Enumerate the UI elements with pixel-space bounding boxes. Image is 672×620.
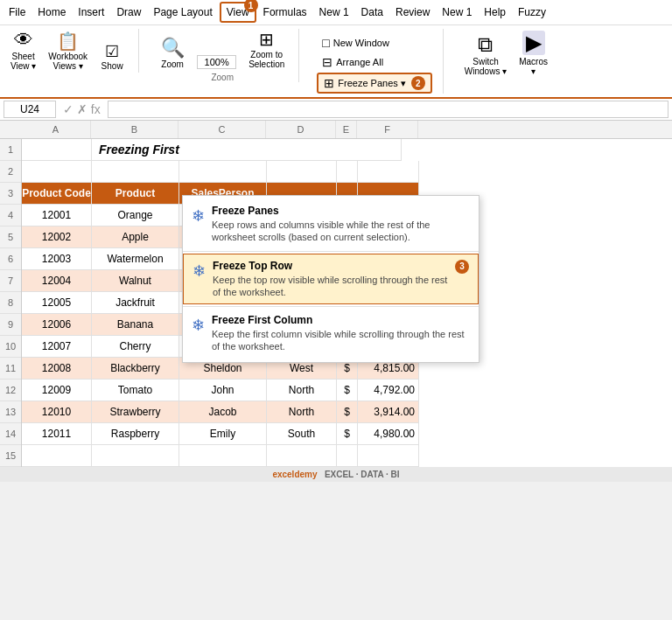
cell-12f[interactable]: 4,792.00 [358, 380, 419, 401]
row-header-15: 15 [0, 445, 21, 467]
sheet-view-button[interactable]: 👁 SheetView ▾ [7, 29, 39, 73]
col-header-e: E [336, 121, 357, 138]
zoom-button[interactable]: 🔍 Zoom [157, 37, 188, 71]
menu-page-layout[interactable]: Page Layout [148, 3, 217, 21]
zoom-100-button[interactable]: 100% [193, 53, 240, 71]
menu-fuzzy[interactable]: Fuzzy [513, 3, 551, 21]
cell-4a[interactable]: 12001 [22, 205, 92, 226]
cell-12d[interactable]: North [267, 380, 337, 401]
cell-1a[interactable] [22, 139, 92, 161]
menu-help[interactable]: Help [479, 3, 511, 21]
cell-2b[interactable] [92, 161, 179, 183]
formula-input[interactable] [108, 101, 668, 118]
cell-15f[interactable] [358, 445, 419, 467]
menu-formulas[interactable]: Formulas [258, 3, 312, 21]
cell-15a[interactable] [22, 445, 92, 467]
col-header-b: B [91, 121, 178, 138]
sheet-view-label: SheetView ▾ [10, 52, 36, 71]
cell-12b[interactable]: Tomato [92, 380, 179, 401]
row-header-10: 10 [0, 336, 21, 358]
menu-home[interactable]: Home [32, 3, 71, 21]
dropdown-freeze-first-column[interactable]: ❄ Freeze First Column Keep the first col… [183, 309, 479, 359]
cell-13e[interactable]: $ [337, 401, 358, 423]
row-header-6: 6 [0, 248, 21, 270]
cell-7a[interactable]: 12004 [22, 270, 92, 292]
menu-data[interactable]: Data [356, 3, 388, 21]
cell-13f[interactable]: 3,914.00 [358, 401, 419, 423]
menu-new1b[interactable]: New 1 [437, 3, 477, 21]
freeze-panes-button[interactable]: ⊞ Freeze Panes ▾ 2 [317, 73, 432, 94]
cell-15d[interactable] [267, 445, 337, 467]
row-2 [22, 161, 419, 183]
row-header-3: 3 [0, 183, 21, 205]
header-product[interactable]: Product [92, 183, 179, 205]
cell-2f[interactable] [358, 161, 419, 183]
new-window-label: New Window [333, 38, 389, 48]
cell-11b[interactable]: Blackberry [92, 358, 179, 380]
cell-13b[interactable]: Strawberry [92, 401, 179, 423]
cell-14e[interactable]: $ [337, 423, 358, 445]
cell-14b[interactable]: Raspberry [92, 423, 179, 445]
menu-file[interactable]: File [4, 3, 31, 21]
menu-bar: File Home Insert Draw Page Layout View1 … [0, 0, 672, 25]
dropdown-menu: ❄ Freeze Panes Keep rows and columns vis… [182, 195, 480, 363]
cell-2c[interactable] [179, 161, 267, 183]
cell-14c[interactable]: Emily [179, 423, 267, 445]
cell-2e[interactable] [337, 161, 358, 183]
cell-9a[interactable]: 12006 [22, 314, 92, 336]
cell-8a[interactable]: 12005 [22, 292, 92, 314]
freeze-panes-icon: ⊞ [324, 76, 334, 90]
ribbon-group-views: 👁 SheetView ▾ 📋 WorkbookViews ▾ ☑ Show [7, 29, 139, 73]
zoom-icon: 🔍 [161, 38, 185, 58]
menu-view[interactable]: View1 [220, 2, 256, 23]
cell-12e[interactable]: $ [337, 380, 358, 401]
cell-12a[interactable]: 12009 [22, 380, 92, 401]
dropdown-freeze-top-row[interactable]: ❄ Freeze Top Row Keep the top row visibl… [183, 254, 479, 305]
cell-15e[interactable] [337, 445, 358, 467]
cell-reference-input[interactable] [4, 101, 56, 118]
cell-10a[interactable]: 12007 [22, 336, 92, 358]
row-headers: 1 2 3 4 5 6 7 8 9 10 11 12 13 14 15 [0, 139, 22, 467]
cell-7b[interactable]: Walnut [92, 270, 179, 292]
zoom-to-selection-icon: ⊞ [259, 31, 274, 48]
freeze-panes-label: Freeze Panes ▾ [338, 78, 406, 89]
workbook-views-button[interactable]: 📋 WorkbookViews ▾ [45, 31, 91, 73]
cell-2d[interactable] [267, 161, 337, 183]
header-product-code[interactable]: Product Code [22, 183, 92, 205]
cell-14d[interactable]: South [267, 423, 337, 445]
cell-5a[interactable]: 12002 [22, 226, 92, 248]
show-button[interactable]: ☑ Show [96, 42, 128, 73]
cell-11a[interactable]: 12008 [22, 358, 92, 380]
cell-6b[interactable]: Watermelon [92, 248, 179, 270]
cell-15c[interactable] [179, 445, 267, 467]
cell-5b[interactable]: Apple [92, 226, 179, 248]
cell-14a[interactable]: 12011 [22, 423, 92, 445]
cell-4b[interactable]: Orange [92, 205, 179, 226]
menu-new1[interactable]: New 1 [314, 3, 354, 21]
menu-insert[interactable]: Insert [73, 3, 109, 21]
show-icon: ☑ [105, 44, 119, 59]
switch-windows-button[interactable]: ⧉ SwitchWindows ▾ [461, 32, 510, 78]
cell-12c[interactable]: John [179, 380, 267, 401]
ribbon: 👁 SheetView ▾ 📋 WorkbookViews ▾ ☑ Show 🔍… [0, 25, 672, 99]
cell-15b[interactable] [92, 445, 179, 467]
cell-1b[interactable]: Freezing First [92, 139, 402, 161]
zoom-to-selection-button[interactable]: ⊞ Zoom toSelection [245, 29, 288, 71]
cell-13d[interactable]: North [267, 401, 337, 423]
menu-review[interactable]: Review [390, 3, 435, 21]
cell-9b[interactable]: Banana [92, 314, 179, 336]
macros-button[interactable]: ▶ Macros▾ [515, 29, 551, 78]
freeze-panes-option-icon: ❄ [192, 206, 205, 226]
dropdown-freeze-panes[interactable]: ❄ Freeze Panes Keep rows and columns vis… [183, 199, 479, 249]
arrange-all-button[interactable]: ⊟ Arrange All [317, 53, 432, 71]
menu-draw[interactable]: Draw [111, 3, 146, 21]
cell-6a[interactable]: 12003 [22, 248, 92, 270]
cell-2a[interactable] [22, 161, 92, 183]
cell-14f[interactable]: 4,980.00 [358, 423, 419, 445]
cell-13a[interactable]: 12010 [22, 401, 92, 423]
cell-8b[interactable]: Jackfruit [92, 292, 179, 314]
cell-13c[interactable]: Jacob [179, 401, 267, 423]
freeze-top-row-desc: Keep the top row visible while scrolling… [213, 274, 448, 299]
cell-10b[interactable]: Cherry [92, 336, 179, 358]
new-window-button[interactable]: □ New Window [317, 34, 432, 52]
